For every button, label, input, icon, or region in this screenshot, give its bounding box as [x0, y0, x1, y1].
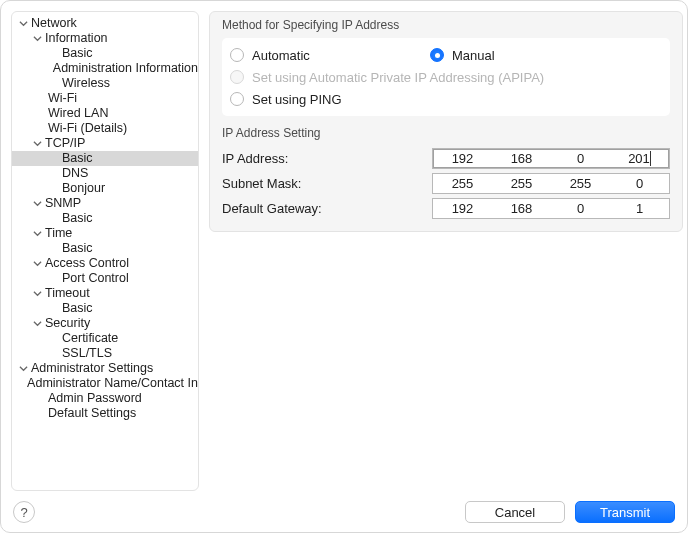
ip-address-input[interactable]: 192 168 0 201 — [432, 148, 670, 169]
settings-window: Network Information Basic Administration… — [0, 0, 688, 533]
radio-automatic[interactable] — [230, 48, 244, 62]
tree-time-basic[interactable]: Basic — [12, 241, 198, 256]
radio-manual-label: Manual — [452, 48, 495, 63]
chevron-down-icon[interactable] — [32, 33, 43, 44]
tree-timeout-basic[interactable]: Basic — [12, 301, 198, 316]
tree-label: Certificate — [60, 331, 118, 346]
tree-time[interactable]: Time — [12, 226, 198, 241]
tree-label: Administration Information — [51, 61, 198, 76]
radio-ping-label: Set using PING — [252, 92, 342, 107]
subnet-mask-label: Subnet Mask: — [222, 176, 432, 191]
method-group: Method for Specifying IP Address Automat… — [209, 11, 683, 232]
tree-label: Wireless — [60, 76, 110, 91]
transmit-button[interactable]: Transmit — [575, 501, 675, 523]
tree-tcpip-dns[interactable]: DNS — [12, 166, 198, 181]
tree-tcpip-bonjour[interactable]: Bonjour — [12, 181, 198, 196]
tree-network[interactable]: Network — [12, 16, 198, 31]
ip-octet[interactable]: 192 — [433, 149, 492, 168]
radio-automatic-label: Automatic — [252, 48, 310, 63]
row-subnet-mask: Subnet Mask: 255 255 255 0 — [222, 171, 670, 196]
footer: ? Cancel Transmit — [1, 492, 687, 532]
ip-octet[interactable]: 255 — [433, 174, 492, 193]
nav-tree: Network Information Basic Administration… — [12, 16, 198, 421]
tree-info-basic[interactable]: Basic — [12, 46, 198, 61]
tree-access-control[interactable]: Access Control — [12, 256, 198, 271]
tree-wired-lan[interactable]: Wired LAN — [12, 106, 198, 121]
chevron-down-icon[interactable] — [32, 138, 43, 149]
ip-octet[interactable]: 0 — [551, 149, 610, 168]
main-panel: Method for Specifying IP Address Automat… — [209, 11, 683, 491]
tree-label: SSL/TLS — [60, 346, 112, 361]
tree-label: Wi-Fi — [46, 91, 77, 106]
row-default-gateway: Default Gateway: 192 168 0 1 — [222, 196, 670, 221]
cancel-button[interactable]: Cancel — [465, 501, 565, 523]
tree-label: Basic — [60, 301, 93, 316]
method-radios: Automatic Manual Set using Automatic Pri… — [222, 38, 670, 116]
button-label: Cancel — [495, 505, 535, 520]
chevron-down-icon[interactable] — [32, 198, 43, 209]
ip-octet[interactable]: 201 — [610, 149, 669, 168]
group-title: Method for Specifying IP Address — [222, 12, 670, 38]
tree-label: TCP/IP — [43, 136, 85, 151]
tree-wifi-details[interactable]: Wi-Fi (Details) — [12, 121, 198, 136]
ip-octet[interactable]: 168 — [492, 199, 551, 218]
tree-label: DNS — [60, 166, 88, 181]
tree-label: Port Control — [60, 271, 129, 286]
row-ip-address: IP Address: 192 168 0 201 — [222, 146, 670, 171]
chevron-down-icon[interactable] — [18, 363, 29, 374]
ip-octet[interactable]: 192 — [433, 199, 492, 218]
tree-label: Timeout — [43, 286, 90, 301]
tree-label: Wired LAN — [46, 106, 108, 121]
radio-apipa-label: Set using Automatic Private IP Addressin… — [252, 70, 544, 85]
tree-information[interactable]: Information — [12, 31, 198, 46]
help-button[interactable]: ? — [13, 501, 35, 523]
tree-label: Network — [29, 16, 77, 31]
ip-octet[interactable]: 168 — [492, 149, 551, 168]
chevron-down-icon[interactable] — [32, 258, 43, 269]
tree-label: Security — [43, 316, 90, 331]
tree-admin-password[interactable]: Admin Password — [12, 391, 198, 406]
tree-label: Basic — [60, 241, 93, 256]
tree-label: SNMP — [43, 196, 81, 211]
subnet-mask-input[interactable]: 255 255 255 0 — [432, 173, 670, 194]
tree-wifi[interactable]: Wi-Fi — [12, 91, 198, 106]
ip-octet[interactable]: 255 — [492, 174, 551, 193]
tree-info-wireless[interactable]: Wireless — [12, 76, 198, 91]
chevron-down-icon[interactable] — [18, 18, 29, 29]
ip-octet[interactable]: 0 — [551, 199, 610, 218]
tree-timeout[interactable]: Timeout — [12, 286, 198, 301]
ip-octet[interactable]: 255 — [551, 174, 610, 193]
default-gateway-label: Default Gateway: — [222, 201, 432, 216]
tree-security[interactable]: Security — [12, 316, 198, 331]
radio-ping[interactable] — [230, 92, 244, 106]
tree-label: Time — [43, 226, 72, 241]
button-label: Transmit — [600, 505, 650, 520]
content-area: Network Information Basic Administration… — [1, 1, 687, 491]
tree-default-settings[interactable]: Default Settings — [12, 406, 198, 421]
tree-snmp[interactable]: SNMP — [12, 196, 198, 211]
tree-label: Wi-Fi (Details) — [46, 121, 127, 136]
chevron-down-icon[interactable] — [32, 318, 43, 329]
tree-tcpip-basic[interactable]: Basic — [12, 151, 198, 166]
tree-certificate[interactable]: Certificate — [12, 331, 198, 346]
sidebar[interactable]: Network Information Basic Administration… — [11, 11, 199, 491]
tree-label: Access Control — [43, 256, 129, 271]
radio-manual[interactable] — [430, 48, 444, 62]
tree-tcpip[interactable]: TCP/IP — [12, 136, 198, 151]
tree-label: Admin Password — [46, 391, 142, 406]
tree-admin-settings[interactable]: Administrator Settings — [12, 361, 198, 376]
ip-octet[interactable]: 0 — [610, 174, 669, 193]
default-gateway-input[interactable]: 192 168 0 1 — [432, 198, 670, 219]
tree-admin-name[interactable]: Administrator Name/Contact In — [12, 376, 198, 391]
tree-port-control[interactable]: Port Control — [12, 271, 198, 286]
ip-octet[interactable]: 1 — [610, 199, 669, 218]
help-icon: ? — [20, 505, 27, 520]
chevron-down-icon[interactable] — [32, 288, 43, 299]
tree-snmp-basic[interactable]: Basic — [12, 211, 198, 226]
chevron-down-icon[interactable] — [32, 228, 43, 239]
ip-setting-title: IP Address Setting — [222, 116, 670, 146]
tree-info-admin[interactable]: Administration Information — [12, 61, 198, 76]
tree-label: Basic — [60, 46, 93, 61]
tree-ssl-tls[interactable]: SSL/TLS — [12, 346, 198, 361]
tree-label: Basic — [60, 211, 93, 226]
